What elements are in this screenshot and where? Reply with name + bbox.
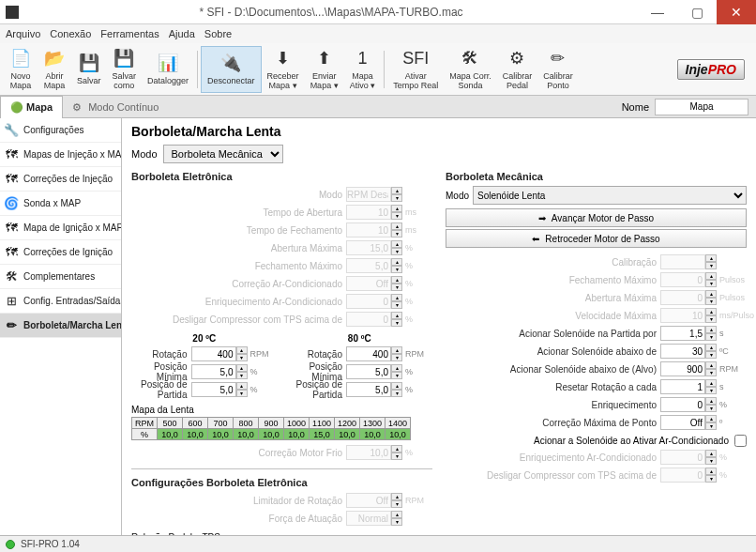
spin-up-icon[interactable]: ▴: [236, 382, 248, 390]
table-cell[interactable]: 1400: [386, 418, 411, 429]
spin-up-icon[interactable]: ▴: [705, 379, 717, 387]
spin-up-icon[interactable]: ▴: [391, 258, 402, 266]
spin-down-icon[interactable]: ▾: [705, 333, 717, 341]
spin-up-icon[interactable]: ▴: [391, 205, 402, 212]
spin-down-icon[interactable]: ▾: [391, 354, 402, 361]
table-cell[interactable]: 10,0: [234, 429, 259, 440]
sidebar-item-corre-es-de-inje-o[interactable]: 🗺Correções de Injeção: [0, 167, 121, 192]
minimize-button[interactable]: —: [638, 0, 677, 24]
spin-down-icon[interactable]: ▾: [705, 298, 717, 305]
spin-down-icon[interactable]: ▾: [705, 405, 717, 412]
spin-up-icon[interactable]: ▴: [391, 294, 402, 301]
spin-up-icon[interactable]: ▴: [391, 493, 402, 500]
spin-up-icon[interactable]: ▴: [705, 397, 717, 405]
table-cell[interactable]: 10,0: [259, 429, 284, 440]
subfield-input[interactable]: [346, 346, 391, 361]
sidebar-item-mapa-de-igni-o-x-map[interactable]: 🗺Mapa de Ignição x MAP: [0, 216, 121, 240]
spin-down-icon[interactable]: ▾: [391, 301, 402, 309]
spin-up-icon[interactable]: ▴: [391, 364, 402, 372]
spin-down-icon[interactable]: ▾: [705, 475, 717, 483]
spin-down-icon[interactable]: ▾: [705, 387, 717, 394]
toolbar-receber[interactable]: ⬇ReceberMapa ▾: [262, 46, 305, 93]
table-cell[interactable]: 10,0: [208, 429, 234, 440]
toolbar-salvar[interactable]: 💾Salvar: [71, 46, 107, 93]
spin-down-icon[interactable]: ▾: [391, 518, 402, 526]
spin-down-icon[interactable]: ▾: [391, 248, 402, 255]
spin-down-icon[interactable]: ▾: [391, 500, 402, 508]
table-cell[interactable]: 10,0: [183, 429, 208, 440]
table-cell[interactable]: 10,0: [386, 429, 411, 440]
menu-ajuda[interactable]: Ajuda: [169, 28, 195, 39]
spin-up-icon[interactable]: ▴: [705, 272, 717, 280]
spin-down-icon[interactable]: ▾: [391, 194, 402, 202]
spin-up-icon[interactable]: ▴: [391, 382, 402, 390]
field-input[interactable]: [660, 326, 705, 341]
table-cell[interactable]: 1200: [335, 418, 360, 429]
spin-up-icon[interactable]: ▴: [391, 346, 402, 354]
spin-up-icon[interactable]: ▴: [705, 450, 717, 457]
toolbar-novo[interactable]: 📄NovoMapa: [4, 46, 38, 93]
spin-up-icon[interactable]: ▴: [705, 344, 717, 351]
toolbar-calibrar[interactable]: ✏CalibrarPonto: [537, 46, 579, 93]
subfield-input[interactable]: [191, 382, 236, 397]
toolbar-abrir[interactable]: 📂AbrirMapa: [38, 46, 71, 93]
toolbar-enviar[interactable]: ⬆EnviarMapa ▾: [305, 46, 344, 93]
spin-down-icon[interactable]: ▾: [705, 351, 717, 359]
subfield-input[interactable]: [346, 382, 391, 397]
right-mode-select[interactable]: Solenóide Lenta: [473, 186, 747, 205]
spin-up-icon[interactable]: ▴: [391, 187, 402, 194]
table-cell[interactable]: 1300: [360, 418, 386, 429]
toolbar-mapa-corr.[interactable]: 🛠Mapa Corr.Sonda: [444, 46, 497, 93]
sidebar-item-corre-es-de-igni-o[interactable]: 🗺Correções de Ignição: [0, 240, 121, 265]
spin-down-icon[interactable]: ▾: [236, 354, 248, 361]
spin-up-icon[interactable]: ▴: [705, 415, 717, 422]
table-cell[interactable]: 10,0: [284, 429, 310, 440]
toolbar-salvar[interactable]: 💾Salvarcomo: [107, 46, 143, 93]
table-cell[interactable]: 1000: [284, 418, 310, 429]
spin-up-icon[interactable]: ▴: [705, 290, 717, 298]
table-cell[interactable]: 15,0: [310, 429, 335, 440]
table-cell[interactable]: 1100: [310, 418, 335, 429]
spin-down-icon[interactable]: ▾: [391, 284, 402, 291]
field-input[interactable]: [660, 361, 705, 376]
name-input[interactable]: [655, 99, 748, 115]
spin-up-icon[interactable]: ▴: [705, 254, 717, 262]
spin-up-icon[interactable]: ▴: [705, 361, 717, 369]
cold-corr-input[interactable]: [346, 445, 391, 460]
toolbar-datalogger[interactable]: 📊Datalogger: [142, 46, 194, 93]
toolbar-mapa[interactable]: 1MapaAtivo ▾: [344, 46, 382, 93]
maximize-button[interactable]: ▢: [677, 0, 717, 24]
spin-up-icon[interactable]: ▴: [391, 276, 402, 284]
tab-mapa[interactable]: 🟢Mapa: [0, 96, 63, 118]
spin-down-icon[interactable]: ▾: [705, 280, 717, 287]
page-mode-select[interactable]: Borboleta Mecânica: [163, 145, 283, 163]
spin-down-icon[interactable]: ▾: [236, 390, 248, 397]
sidebar-item-complementares[interactable]: 🛠Complementares: [0, 265, 121, 289]
spin-down-icon[interactable]: ▾: [391, 212, 402, 220]
subfield-input[interactable]: [191, 346, 236, 361]
field-input[interactable]: [660, 344, 705, 359]
sidebar-item-configura-es[interactable]: 🔧Configurações: [0, 118, 121, 143]
field-input[interactable]: [660, 415, 705, 430]
menu-ferramentas[interactable]: Ferramentas: [100, 28, 159, 39]
step-forward-button[interactable]: ➡Avançar Motor de Passo: [446, 208, 747, 227]
subfield-input[interactable]: [346, 364, 391, 379]
toolbar-calibrar[interactable]: ⚙CalibrarPedal: [497, 46, 538, 93]
table-cell[interactable]: 500: [158, 418, 183, 429]
spin-down-icon[interactable]: ▾: [705, 262, 717, 269]
spin-down-icon[interactable]: ▾: [705, 315, 717, 323]
sidebar-item-config-entradas-sa-das[interactable]: ⊞Config. Entradas/Saídas: [0, 289, 121, 314]
spin-up-icon[interactable]: ▴: [391, 240, 402, 248]
spin-down-icon[interactable]: ▾: [705, 369, 717, 376]
field-input[interactable]: [660, 379, 705, 394]
toolbar-ativar[interactable]: SFIAtivarTempo Real: [387, 46, 444, 93]
menu-arquivo[interactable]: Arquivo: [6, 28, 40, 39]
sidebar-item-mapas-de-inje-o-x-map[interactable]: 🗺Mapas de Injeção x MAP: [0, 143, 121, 167]
step-back-button[interactable]: ⬅Retroceder Motor de Passo: [446, 229, 747, 248]
sidebar-item-sonda-x-map[interactable]: 🌀Sonda x MAP: [0, 192, 121, 216]
subfield-input[interactable]: [191, 364, 236, 379]
table-cell[interactable]: 10,0: [158, 429, 183, 440]
table-cell[interactable]: 900: [259, 418, 284, 429]
menu-conexão[interactable]: Conexão: [50, 28, 91, 39]
table-cell[interactable]: 800: [234, 418, 259, 429]
